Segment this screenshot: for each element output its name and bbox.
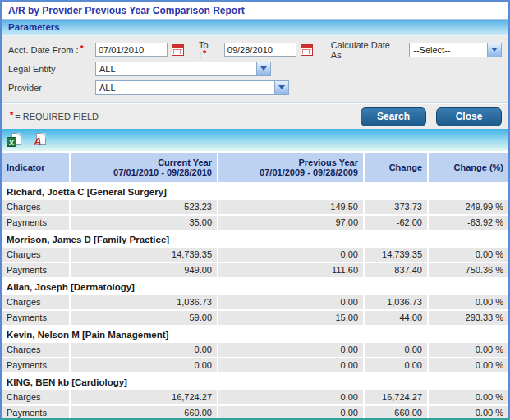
previous-year-value-cell: 0.00 [218,390,363,404]
column-header-previous-year: Previous Year 07/01/2009 - 09/28/2009 [218,153,363,182]
date-to-calendar-icon[interactable] [301,44,313,56]
current-year-value-cell: 59.00 [71,311,217,325]
provider-label: Provider [8,83,95,93]
current-year-value-cell: 0.00 [71,358,217,372]
previous-year-value-cell: 0.00 [218,343,363,357]
indicator-cell: Payments [2,358,69,372]
current-year-value-cell: 949.00 [71,263,217,277]
acct-date-from-label: Acct. Date From :* [8,45,95,55]
date-from-calendar-icon[interactable] [172,44,184,56]
column-header-change: Change [365,153,427,182]
previous-year-value-cell: 97.00 [218,216,363,230]
current-year-value-cell: 35.00 [71,216,217,230]
required-field-note: *= REQUIRED FIELD [8,112,99,121]
calculate-date-as-select[interactable]: --Select-- [409,43,502,57]
indicator-cell: Payments [2,311,69,325]
provider-group-header: Kevin, Nelson M [Pain Management] [2,326,508,341]
provider-group-header: Morrison, James D [Family Practice] [2,231,508,246]
current-year-value-cell: 523.23 [71,200,217,214]
current-year-value-cell: 660.00 [71,406,217,420]
column-header-indicator: Indicator [2,153,69,182]
excel-x-badge: X [7,137,16,147]
change-pct-value-cell: 0.00 % [429,390,508,404]
form-row-legal-entity: Legal Entity ALL [8,59,502,78]
indicator-cell: Payments [2,406,69,420]
column-header-change-pct: Change (%) [429,153,508,182]
previous-year-value-cell: 15.00 [218,311,363,325]
previous-year-value-cell: 0.00 [218,358,363,372]
provider-group-header: Richard, Joetta C [General Surgery] [2,184,508,199]
change-pct-value-cell: 750.36 % [429,263,508,277]
close-button[interactable]: Close [436,107,502,126]
legal-entity-select[interactable]: ALL [95,62,271,76]
change-value-cell: 44.00 [365,311,427,325]
form-row-provider: Provider ALL [8,78,502,97]
change-value-cell: 1,036.73 [365,295,427,309]
acct-date-from-input[interactable] [95,43,168,57]
report-grid: Indicator Current Year 07/01/2010 - 09/2… [2,151,508,420]
provider-select[interactable]: ALL [95,80,289,95]
provider-value: ALL [96,83,274,93]
export-toolbar: X A [2,129,508,151]
required-asterisk: * [201,48,208,58]
previous-year-value-cell: 0.00 [218,406,363,420]
actions-bar: *= REQUIRED FIELD Search Close [2,103,508,129]
legal-entity-label: Legal Entity [8,64,95,74]
current-year-value-cell: 1,036.73 [71,295,217,309]
current-year-value-cell: 0.00 [71,343,217,357]
to-label: To :* [199,40,219,60]
indicator-cell: Charges [2,390,69,404]
export-excel-icon[interactable]: X [7,133,21,148]
current-year-value-cell: 16,724.27 [71,390,217,404]
provider-group-header: Allan, Joseph [Dermatology] [2,279,508,294]
change-value-cell: 660.00 [365,406,427,420]
indicator-cell: Payments [2,263,69,277]
change-value-cell: 14,739.35 [365,248,427,262]
column-header-current-year: Current Year 07/01/2010 - 09/28/2010 [71,153,217,182]
change-pct-value-cell: -63.92 % [429,216,508,230]
change-value-cell: 373.73 [365,200,427,214]
previous-year-value-cell: 111.60 [218,263,363,277]
previous-year-value-cell: 0.00 [218,295,363,309]
calculate-date-as-value: --Select-- [410,45,487,55]
indicator-cell: Charges [2,200,69,214]
parameters-section-header: Parameters [2,20,508,36]
current-year-value-cell: 14,739.35 [71,248,217,262]
change-value-cell: -62.00 [365,216,427,230]
change-pct-value-cell: 293.33 % [429,311,508,325]
export-pdf-icon[interactable]: A [31,133,46,148]
chevron-down-icon [274,81,288,94]
acct-date-to-input[interactable] [224,43,296,57]
indicator-cell: Payments [2,216,69,230]
change-pct-value-cell: 249.99 % [429,200,508,214]
change-pct-value-cell: 0.00 % [429,343,508,357]
indicator-cell: Charges [2,295,69,309]
calculate-date-as-label: Calculate Date As [331,40,399,60]
change-pct-value-cell: 0.00 % [429,248,508,262]
report-window: A/R by Provider Previous Year Comparison… [0,0,510,420]
search-button[interactable]: Search [361,107,426,126]
indicator-cell: Charges [2,248,69,262]
legal-entity-value: ALL [96,64,256,74]
change-pct-value-cell: 0.00 % [429,406,508,420]
chevron-down-icon [487,43,501,57]
chevron-down-icon [256,62,270,75]
previous-year-value-cell: 0.00 [218,248,363,262]
change-value-cell: 0.00 [365,358,427,372]
form-row-dates: Acct. Date From :* To :* Calculate Date … [8,40,502,59]
change-value-cell: 837.40 [365,263,427,277]
provider-group-header: KING, BEN kb [Cardiology] [2,374,508,389]
parameters-form: Acct. Date From :* To :* Calculate Date … [2,36,508,103]
required-asterisk: * [79,43,85,53]
change-pct-value-cell: 0.00 % [429,295,508,309]
acrobat-glyph: A [32,136,44,148]
previous-year-value-cell: 149.50 [218,200,363,214]
change-value-cell: 0.00 [365,343,427,357]
indicator-cell: Charges [2,343,69,357]
page-title: A/R by Provider Previous Year Comparison… [2,2,508,20]
change-value-cell: 16,724.27 [365,390,427,404]
change-pct-value-cell: 0.00 % [429,358,508,372]
